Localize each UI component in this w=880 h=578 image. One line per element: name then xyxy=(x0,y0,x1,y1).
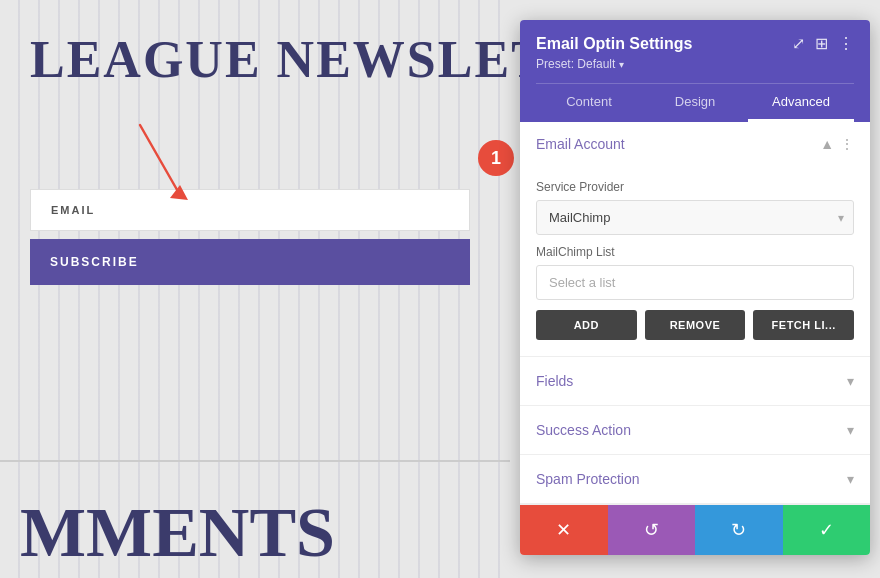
section-more-icon[interactable]: ⋮ xyxy=(840,136,854,152)
spam-protection-collapse-icon[interactable]: ▾ xyxy=(847,471,854,487)
tab-advanced[interactable]: Advanced xyxy=(748,84,854,122)
success-action-header[interactable]: Success Action ▾ xyxy=(520,406,870,454)
preset-text: Preset: Default xyxy=(536,57,615,71)
add-button[interactable]: ADD xyxy=(536,310,637,340)
tab-design[interactable]: Design xyxy=(642,84,748,122)
panel-tabs: Content Design Advanced xyxy=(536,83,854,122)
panel-header-top: Email Optin Settings ⤢ ⊞ ⋮ xyxy=(536,34,854,53)
panel-title: Email Optin Settings xyxy=(536,35,692,53)
svg-marker-1 xyxy=(170,185,188,200)
collapse-icon[interactable]: ▲ xyxy=(820,136,834,152)
panel-header: Email Optin Settings ⤢ ⊞ ⋮ Preset: Defau… xyxy=(520,20,870,122)
fields-section: Fields ▾ xyxy=(520,357,870,406)
undo-button[interactable]: ↺ xyxy=(608,505,696,555)
fetch-button[interactable]: FETCH LI... xyxy=(753,310,854,340)
success-action-collapse-icon[interactable]: ▾ xyxy=(847,422,854,438)
fields-header[interactable]: Fields ▾ xyxy=(520,357,870,405)
spam-protection-title: Spam Protection xyxy=(536,471,640,487)
service-provider-select[interactable]: MailChimp xyxy=(536,200,854,235)
service-provider-label: Service Provider xyxy=(536,180,854,194)
mailchimp-list-label: MailChimp List xyxy=(536,245,854,259)
email-account-header[interactable]: Email Account ▲ ⋮ xyxy=(520,122,870,166)
email-account-section: Email Account ▲ ⋮ Service Provider MailC… xyxy=(520,122,870,357)
mailchimp-list-input[interactable] xyxy=(536,265,854,300)
preset-selector[interactable]: Preset: Default ▾ xyxy=(536,57,854,71)
service-provider-wrapper: MailChimp ▾ xyxy=(536,200,854,235)
svg-line-0 xyxy=(140,125,180,195)
cancel-button[interactable]: ✕ xyxy=(520,505,608,555)
fields-collapse-icon[interactable]: ▾ xyxy=(847,373,854,389)
settings-panel: Email Optin Settings ⤢ ⊞ ⋮ Preset: Defau… xyxy=(520,20,870,555)
bottom-text-area: MMENTS xyxy=(0,493,510,578)
spam-protection-section: Spam Protection ▾ xyxy=(520,455,870,504)
tab-content[interactable]: Content xyxy=(536,84,642,122)
comments-text: MMENTS xyxy=(0,493,510,578)
divider-line xyxy=(0,460,510,462)
save-button[interactable]: ✓ xyxy=(783,505,871,555)
section-header-actions: ▲ ⋮ xyxy=(820,136,854,152)
background-content: LEAGUE NEWSLETT EMAIL SUBSCRIBE xyxy=(0,0,510,578)
email-account-title: Email Account xyxy=(536,136,625,152)
remove-button[interactable]: REMOVE xyxy=(645,310,746,340)
preset-arrow: ▾ xyxy=(619,59,624,70)
grid-icon[interactable]: ⊞ xyxy=(815,34,828,53)
subscribe-button[interactable]: SUBSCRIBE xyxy=(30,239,470,285)
panel-body: Email Account ▲ ⋮ Service Provider MailC… xyxy=(520,122,870,504)
newsletter-title: LEAGUE NEWSLETT xyxy=(30,30,480,89)
expand-icon[interactable]: ⤢ xyxy=(792,34,805,53)
panel-header-icons: ⤢ ⊞ ⋮ xyxy=(792,34,854,53)
success-action-title: Success Action xyxy=(536,422,631,438)
redo-button[interactable]: ↻ xyxy=(695,505,783,555)
more-icon[interactable]: ⋮ xyxy=(838,34,854,53)
step-badge: 1 xyxy=(478,140,514,176)
spam-protection-header[interactable]: Spam Protection ▾ xyxy=(520,455,870,503)
email-account-body: Service Provider MailChimp ▾ MailChimp L… xyxy=(520,166,870,356)
action-buttons: ADD REMOVE FETCH LI... xyxy=(536,310,854,340)
panel-footer: ✕ ↺ ↻ ✓ xyxy=(520,504,870,555)
fields-title: Fields xyxy=(536,373,573,389)
success-action-section: Success Action ▾ xyxy=(520,406,870,455)
red-arrow xyxy=(80,120,190,214)
